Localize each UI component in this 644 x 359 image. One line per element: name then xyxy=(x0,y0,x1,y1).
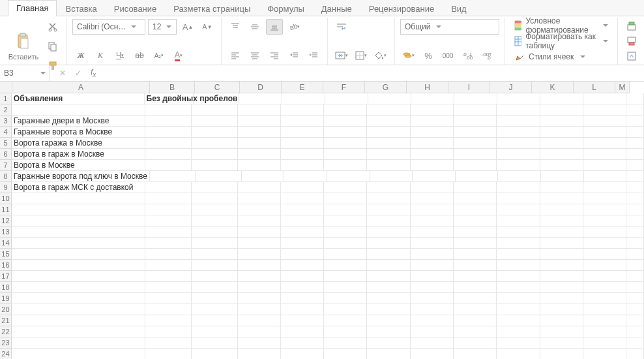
cell-L7[interactable] xyxy=(583,160,626,171)
cell-C13[interactable] xyxy=(192,226,238,238)
tab-1[interactable]: Вставка xyxy=(57,1,105,16)
cell-J16[interactable] xyxy=(497,260,540,271)
cell-L6[interactable] xyxy=(583,149,626,160)
decrease-indent-icon[interactable] xyxy=(285,48,302,63)
cell-K17[interactable] xyxy=(540,271,583,282)
cell-A4[interactable]: Гаражные ворота в Москве xyxy=(12,127,145,138)
font-color-button[interactable]: A▾ xyxy=(170,48,187,63)
cell-D1[interactable] xyxy=(239,93,282,104)
cell-F11[interactable] xyxy=(324,204,367,215)
paste-button[interactable]: Вставить xyxy=(9,32,38,61)
cell-G6[interactable] xyxy=(367,149,410,160)
cell-J5[interactable] xyxy=(497,138,540,149)
cell-J6[interactable] xyxy=(497,149,540,160)
cell-E7[interactable] xyxy=(281,160,324,171)
cell-B10[interactable] xyxy=(145,193,192,204)
cell-D23[interactable] xyxy=(238,337,281,349)
cell-B17[interactable] xyxy=(145,271,192,282)
cell-A8[interactable]: Гаражные ворота под ключ в Москве xyxy=(12,171,150,182)
tab-4[interactable]: Формулы xyxy=(259,1,313,16)
cell-A15[interactable] xyxy=(12,249,145,260)
row-header-15[interactable]: 15 xyxy=(0,249,12,260)
cell-C12[interactable] xyxy=(192,215,238,226)
cell-I18[interactable] xyxy=(454,282,497,293)
cell-D14[interactable] xyxy=(238,238,281,249)
cell-D24[interactable] xyxy=(238,349,281,359)
cell-A2[interactable] xyxy=(12,104,145,116)
cell-J19[interactable] xyxy=(497,293,540,304)
row-header-13[interactable]: 13 xyxy=(0,226,12,238)
cell-I2[interactable] xyxy=(454,104,497,116)
row-header-6[interactable]: 6 xyxy=(0,149,12,160)
cell-E4[interactable] xyxy=(281,127,324,138)
number-format-dropdown[interactable]: Общий xyxy=(400,19,499,35)
cell-F17[interactable] xyxy=(324,271,367,282)
cell-B3[interactable] xyxy=(145,116,192,127)
cell-G15[interactable] xyxy=(367,249,410,260)
cell-F2[interactable] xyxy=(324,104,367,116)
col-header-E[interactable]: E xyxy=(282,82,323,93)
cell-C3[interactable] xyxy=(192,116,238,127)
cell-F16[interactable] xyxy=(324,260,367,271)
cell-E21[interactable] xyxy=(281,315,324,326)
cell-G19[interactable] xyxy=(367,293,410,304)
cell-A24[interactable] xyxy=(12,349,145,359)
cell-C14[interactable] xyxy=(192,238,238,249)
cell-D6[interactable] xyxy=(238,149,281,160)
cell-F10[interactable] xyxy=(324,193,367,204)
format-as-table-button[interactable]: Форматировать как таблицу xyxy=(510,35,612,48)
cell-K20[interactable] xyxy=(540,304,583,315)
cell-E5[interactable] xyxy=(281,138,324,149)
cell-K16[interactable] xyxy=(540,260,583,271)
cell-D21[interactable] xyxy=(238,315,281,326)
cell-C17[interactable] xyxy=(192,271,238,282)
cell-H19[interactable] xyxy=(411,293,454,304)
cell-D20[interactable] xyxy=(238,304,281,315)
cell-I15[interactable] xyxy=(454,249,497,260)
cell-I9[interactable] xyxy=(454,182,497,193)
cell-I6[interactable] xyxy=(454,149,497,160)
cell-J23[interactable] xyxy=(497,337,540,349)
cell-H21[interactable] xyxy=(411,315,454,326)
cell-A6[interactable]: Ворота в гараж в Москве xyxy=(12,149,145,160)
font-name-dropdown[interactable]: Calibri (Осн… xyxy=(72,19,145,35)
cell-D17[interactable] xyxy=(238,271,281,282)
cell-H18[interactable] xyxy=(411,282,454,293)
cell-D2[interactable] xyxy=(238,104,281,116)
cell-D16[interactable] xyxy=(238,260,281,271)
cell-M14[interactable] xyxy=(626,238,644,249)
cell-H23[interactable] xyxy=(411,337,454,349)
increase-decimal-icon[interactable]: .0.00 xyxy=(459,48,476,63)
cell-H9[interactable] xyxy=(411,182,454,193)
cell-E9[interactable] xyxy=(281,182,324,193)
row-header-24[interactable]: 24 xyxy=(0,349,12,359)
cell-B16[interactable] xyxy=(145,260,192,271)
cell-D7[interactable] xyxy=(238,160,281,171)
cell-K5[interactable] xyxy=(540,138,583,149)
cell-G22[interactable] xyxy=(367,326,410,337)
cell-H22[interactable] xyxy=(411,326,454,337)
cell-I24[interactable] xyxy=(454,349,497,359)
cell-C21[interactable] xyxy=(192,315,238,326)
align-right-icon[interactable] xyxy=(266,48,283,63)
cell-D13[interactable] xyxy=(238,226,281,238)
cell-D18[interactable] xyxy=(238,282,281,293)
underline-button[interactable]: Ч ▾ xyxy=(111,48,128,63)
cell-M11[interactable] xyxy=(626,204,644,215)
cell-E11[interactable] xyxy=(281,204,324,215)
cell-M22[interactable] xyxy=(626,326,644,337)
cell-K24[interactable] xyxy=(540,349,583,359)
cell-F13[interactable] xyxy=(324,226,367,238)
comma-icon[interactable]: 000 xyxy=(439,48,456,63)
cell-B24[interactable] xyxy=(145,349,192,359)
cell-I20[interactable] xyxy=(454,304,497,315)
col-header-C[interactable]: C xyxy=(195,82,240,93)
cell-K6[interactable] xyxy=(540,149,583,160)
cell-H24[interactable] xyxy=(411,349,454,359)
cell-E3[interactable] xyxy=(281,116,324,127)
cell-I5[interactable] xyxy=(454,138,497,149)
cell-C1[interactable] xyxy=(194,93,240,104)
cell-H16[interactable] xyxy=(411,260,454,271)
cell-H2[interactable] xyxy=(411,104,454,116)
cell-L21[interactable] xyxy=(583,315,626,326)
